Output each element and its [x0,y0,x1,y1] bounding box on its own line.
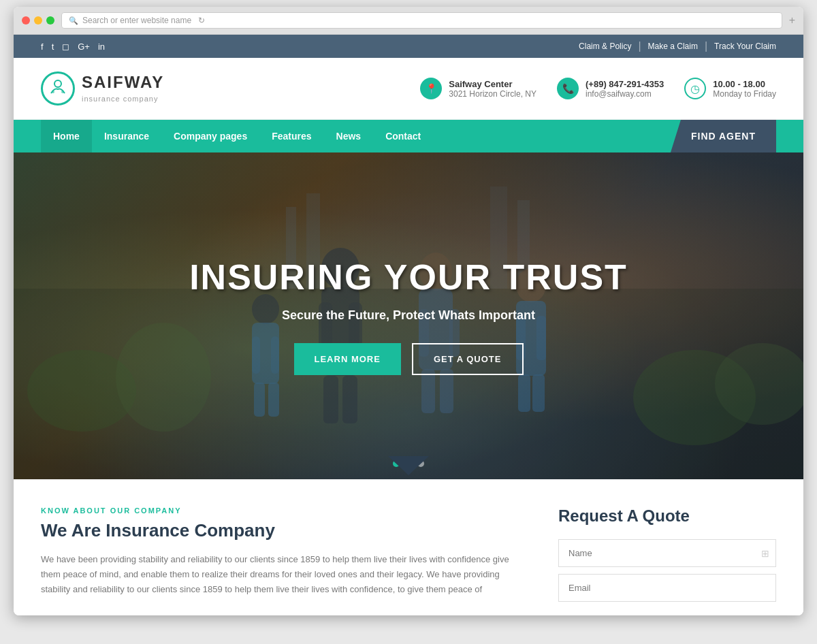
maximize-button[interactable] [46,16,54,25]
phone-icon: 📞 [557,78,579,99]
svg-rect-17 [323,376,338,423]
top-bar: f t ◻ G+ in Claim & Policy | Make a Clai… [14,35,803,58]
email-address: info@saifway.com [586,89,664,99]
location-detail: 3021 Horizon Circle, NY [449,89,536,99]
googleplus-icon[interactable]: G+ [78,42,90,52]
nav-news[interactable]: News [324,120,374,152]
learn-more-button[interactable]: LEARN MORE [294,343,401,375]
email-field[interactable] [558,574,776,602]
header: SAIFWAY insurance company 📍 Saifway Cent… [14,58,803,120]
new-tab-button[interactable]: + [789,14,795,27]
facebook-icon[interactable]: f [41,42,44,52]
svg-rect-35 [518,374,530,412]
company-name: SAIFWAY [82,73,164,92]
nav-contact[interactable]: Contact [373,120,433,152]
logo-text: SAIFWAY insurance company [82,73,164,104]
email-field-wrap [558,574,776,602]
minimize-button[interactable] [34,16,42,25]
logo: SAIFWAY insurance company [41,71,164,106]
get-quote-button[interactable]: GET A QUOTE [412,343,524,375]
location-text: Saifway Center 3021 Horizon Circle, NY [449,79,536,99]
social-icons: f t ◻ G+ in [41,42,105,52]
claim-policy-link[interactable]: Claim & Policy [579,42,631,51]
close-button[interactable] [22,16,30,25]
traffic-lights [22,16,54,25]
navbar: Home Insurance Company pages Features Ne… [14,120,803,152]
svg-rect-24 [440,369,453,413]
svg-rect-30 [268,383,279,417]
svg-point-2 [61,91,64,93]
hero-title: INSURING YOUR TRUST [189,257,628,297]
nav-home[interactable]: Home [41,120,92,152]
nav-company-pages[interactable]: Company pages [161,120,259,152]
svg-rect-29 [254,383,265,417]
hours-detail: Monday to Friday [713,89,776,99]
clock-icon: ◷ [684,78,706,99]
browser-chrome: 🔍 Search or enter website name ↻ + [14,7,803,35]
about-column: KNOW ABOUT OUR COMPANY We Are Insurance … [41,506,531,602]
make-claim-link[interactable]: Make a Claim [648,42,698,51]
search-icon: 🔍 [69,16,78,25]
location-icon: 📍 [420,78,442,99]
location-info: 📍 Saifway Center 3021 Horizon Circle, NY [420,78,536,99]
svg-point-0 [54,80,61,87]
name-icon: ⊞ [761,548,769,559]
logo-icon [41,71,75,106]
find-agent-button[interactable]: FIND AGENT [671,120,776,152]
phone-number: (+89) 847-291-4353 [586,79,664,89]
top-links: Claim & Policy | Make a Claim | Track Yo… [579,40,776,52]
hours-text: 10.00 - 18.00 Monday to Friday [713,79,776,99]
address-text: Search or enter website name [82,16,191,25]
name-field[interactable] [558,539,776,567]
company-tagline: insurance company [82,95,158,103]
name-field-wrap: ⊞ [558,539,776,567]
hours-title: 10.00 - 18.00 [713,79,776,89]
section-title: We Are Insurance Company [41,520,531,541]
address-bar[interactable]: 🔍 Search or enter website name ↻ [61,12,782,29]
header-info: 📍 Saifway Center 3021 Horizon Circle, NY… [420,78,776,99]
phone-info: 📞 (+89) 847-291-4353 info@saifway.com [557,78,664,99]
section-text: We have been providing stability and rel… [41,552,531,597]
twitter-icon[interactable]: t [52,42,54,52]
location-title: Saifway Center [449,79,536,89]
hero-buttons: LEARN MORE GET A QUOTE [189,343,628,375]
quote-form-title: Request A Quote [558,506,776,526]
hours-info: ◷ 10.00 - 18.00 Monday to Friday [684,78,776,99]
nav-insurance[interactable]: Insurance [92,120,161,152]
reload-button[interactable]: ↻ [198,16,205,25]
svg-marker-37 [388,456,429,475]
nav-links: Home Insurance Company pages Features Ne… [41,120,433,152]
browser-window: 🔍 Search or enter website name ↻ + f t ◻… [14,7,803,615]
quote-column: Request A Quote ⊞ [558,506,776,602]
phone-text: (+89) 847-291-4353 info@saifway.com [586,79,664,99]
nav-features[interactable]: Features [259,120,323,152]
track-claim-link[interactable]: Track Your Claim [714,42,776,51]
quote-form: ⊞ [558,539,776,602]
content-section: KNOW ABOUT OUR COMPANY We Are Insurance … [14,479,803,615]
section-label: KNOW ABOUT OUR COMPANY [41,506,531,515]
linkedin-icon[interactable]: in [98,42,105,52]
instagram-icon[interactable]: ◻ [62,42,69,52]
hero-arrow-container [388,456,429,479]
svg-rect-36 [532,374,545,412]
svg-rect-18 [342,376,357,423]
svg-rect-23 [421,369,435,413]
hero-section: INSURING YOUR TRUST Secure the Future, P… [14,152,803,479]
hero-content: INSURING YOUR TRUST Secure the Future, P… [162,257,655,375]
hero-subtitle: Secure the Future, Protect Whats Importa… [189,308,628,323]
svg-point-1 [52,91,54,93]
